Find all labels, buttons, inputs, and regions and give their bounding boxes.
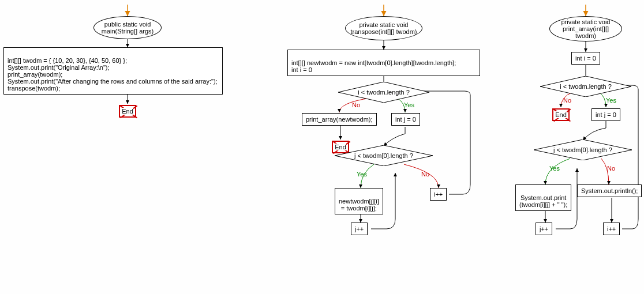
int-i-0-print-text: int i = 0 (575, 55, 596, 62)
main-code-text: int[][] twodm = { {10, 20, 30}, {40, 50,… (8, 57, 218, 92)
no-label: No (352, 101, 360, 108)
int-i-0-print: int i = 0 (571, 52, 600, 65)
print-array-call: print_array(newtwodm); (302, 113, 377, 126)
int-j-0-print-text: int j = 0 (596, 111, 616, 118)
sysout-println: System.out.println(); (577, 184, 642, 197)
jpp-transpose: j++ (351, 223, 368, 235)
end-transpose-text: End (335, 144, 346, 150)
start-transpose: private static void transpose(int[][] tw… (345, 16, 422, 40)
int-j-0-transpose: int j = 0 (391, 113, 420, 126)
print-array-call-text: print_array(newtwodm); (306, 116, 373, 123)
int-j-0-print: int j = 0 (591, 108, 620, 121)
end-print-text: End (555, 111, 567, 118)
start-main: public static void main(String[] args) (93, 16, 162, 39)
yes-label-p2: Yes (549, 165, 560, 172)
ipp-print-text: i++ (607, 225, 616, 232)
yes-label-p1: Yes (606, 97, 616, 104)
cond-j-len-print: j < twodm[0].length ? (534, 140, 632, 160)
yes-label-2: Yes (357, 171, 367, 178)
transpose-init-text: int[][] newtwodm = new int[twodm[0].leng… (291, 59, 456, 73)
main-code-block: int[][] twodm = { {10, 20, 30}, {40, 50,… (3, 47, 223, 95)
assign-newtwodm: newtwodm[j][i] = twodm[i][j]; (335, 188, 383, 214)
jpp-print-text: j++ (540, 225, 548, 232)
ipp-print: i++ (603, 223, 620, 235)
end-main: End (119, 105, 136, 118)
cond-j-len-print-text: j < twodm[0].length ? (514, 146, 644, 153)
no-label-2: No (421, 171, 429, 178)
end-main-text: End (122, 108, 133, 115)
assign-newtwodm-text: newtwodm[j][i] = twodm[i][j]; (339, 198, 379, 212)
transpose-init: int[][] newtwodm = new int[twodm[0].leng… (287, 50, 480, 76)
no-label-p2: No (607, 165, 615, 172)
ipp-transpose: i++ (430, 188, 447, 201)
cond-j-len-transpose-text: j < twodm[0].length ? (315, 152, 452, 159)
jpp-print: j++ (536, 223, 552, 235)
start-print-array: private static void print_array(int[][] … (549, 16, 622, 42)
cond-i-len-print: i < twodm.length ? (540, 76, 631, 97)
end-print: End (552, 108, 570, 121)
int-j-0-transpose-text: int j = 0 (395, 116, 416, 123)
sysout-println-text: System.out.println(); (581, 187, 638, 194)
cond-i-len-transpose-text: i < twodm.length ? (320, 89, 447, 96)
cond-i-len-print-text: i < twodm.length ? (522, 83, 644, 90)
cond-i-len-transpose: i < twodm.length ? (338, 82, 429, 103)
start-transpose-text: private static void transpose(int[][] tw… (348, 21, 420, 35)
cond-j-len-transpose: j < twodm[0].length ? (335, 145, 433, 166)
yes-label: Yes (404, 101, 414, 108)
ipp-transpose-text: i++ (434, 191, 443, 198)
jpp-transpose-text: j++ (355, 225, 364, 232)
start-print-array-text: private static void print_array(int[][] … (552, 18, 619, 39)
start-main-text: public static void main(String[] args) (96, 21, 159, 35)
sysout-print: System.out.print (twodm[i][j] + " "); (515, 184, 571, 211)
no-label-p1: No (563, 97, 571, 104)
sysout-print-text: System.out.print (twodm[i][j] + " "); (519, 194, 567, 208)
